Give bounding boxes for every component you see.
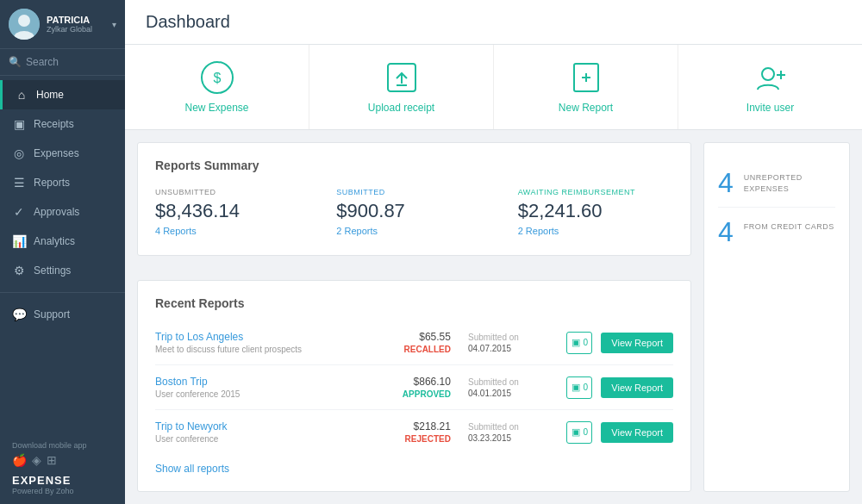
brand-sub: Powered By Zoho	[12, 487, 113, 495]
comment-count: 0	[584, 338, 589, 347]
new-expense-label: New Expense	[184, 102, 248, 114]
report-actions: ▣0 View Report	[566, 332, 673, 354]
stat-label-submitted: SUBMITTED	[336, 188, 491, 196]
apple-icon: 🍎	[12, 453, 27, 467]
date-label: Submitted on	[468, 333, 566, 342]
report-subtitle: User conference	[155, 434, 353, 444]
invite-user-icon	[753, 60, 788, 95]
reports-summary-title: Reports Summary	[155, 159, 673, 172]
sidebar-item-receipts[interactable]: ▣ Receipts	[0, 109, 125, 139]
amount-value: $866.10	[353, 376, 451, 388]
comment-badge[interactable]: ▣0	[566, 421, 592, 444]
sidebar-item-label: Home	[36, 89, 64, 101]
main-content: Dashboard $ New Expense Upload rec	[125, 0, 862, 504]
upload-receipt-label: Upload receipt	[368, 102, 434, 114]
sidebar-item-settings[interactable]: ⚙ Settings	[0, 256, 125, 285]
report-subtitle: User conference 2015	[155, 389, 353, 399]
user-name: PATRICIA	[47, 15, 109, 25]
report-amount: $866.10 APPROVED	[353, 376, 468, 399]
report-date: Submitted on 04.07.2015	[468, 333, 566, 353]
upload-receipt-action[interactable]: Upload receipt	[309, 45, 494, 129]
main-header: Dashboard	[125, 0, 862, 45]
status-badge: RECALLED	[353, 345, 451, 354]
sidebar-item-approvals[interactable]: ✓ Approvals	[0, 197, 125, 227]
report-title[interactable]: Trip to Los Angeles	[155, 331, 353, 343]
sidebar-item-analytics[interactable]: 📊 Analytics	[0, 227, 125, 256]
avatar	[9, 9, 40, 40]
new-report-action[interactable]: New Report	[494, 45, 678, 129]
side-stat-credit: 4 FROM CREDIT CARDS	[718, 208, 835, 256]
sidebar-header: PATRICIA Zylkar Global ▾	[0, 0, 125, 49]
report-actions: ▣0 View Report	[566, 421, 673, 444]
comment-count: 0	[584, 383, 589, 392]
stat-link-submitted[interactable]: 2 Reports	[336, 226, 491, 236]
search-box[interactable]: 🔍	[0, 49, 125, 76]
user-info: PATRICIA Zylkar Global	[47, 15, 109, 34]
report-title[interactable]: Trip to Newyork	[155, 420, 353, 432]
sidebar: PATRICIA Zylkar Global ▾ 🔍 ⌂ Home ▣ Rece…	[0, 0, 125, 504]
upload-icon	[384, 60, 419, 95]
report-date: Submitted on 03.23.2015	[468, 422, 566, 443]
report-date: Submitted on 04.01.2015	[468, 377, 566, 398]
comment-count: 0	[584, 427, 589, 437]
report-title[interactable]: Boston Trip	[155, 376, 353, 388]
sidebar-item-label: Expenses	[34, 147, 79, 159]
date-value: 04.01.2015	[468, 389, 566, 398]
recent-reports-card: Recent Reports Trip to Los Angeles Meet …	[137, 280, 691, 492]
dollar-circle-icon: $	[200, 60, 234, 95]
chevron-down-icon: ▾	[112, 20, 116, 29]
mobile-icons: 🍎 ◈ ⊞	[12, 453, 113, 467]
comment-icon: ▣	[572, 382, 580, 393]
table-row: Trip to Newyork User conference $218.21 …	[155, 410, 673, 454]
side-stats-card: 4 UNREPORTED EXPENSES 4 FROM CREDIT CARD…	[703, 142, 850, 492]
search-icon: 🔍	[9, 56, 22, 68]
reports-icon: ☰	[12, 176, 26, 190]
amount-value: $218.21	[353, 420, 451, 432]
report-amount: $218.21 REJECTED	[353, 420, 468, 444]
amount-value: $65.55	[353, 331, 451, 343]
search-input[interactable]	[26, 56, 116, 68]
show-all-reports-link[interactable]: Show all reports	[155, 463, 229, 475]
recent-reports-title: Recent Reports	[155, 296, 673, 310]
side-stat-label-unreported: UNREPORTED EXPENSES	[744, 169, 835, 194]
home-icon: ⌂	[15, 88, 28, 102]
comment-badge[interactable]: ▣0	[566, 332, 592, 354]
view-report-button[interactable]: View Report	[601, 422, 673, 443]
sidebar-item-home[interactable]: ⌂ Home	[0, 80, 125, 109]
new-expense-action[interactable]: $ New Expense	[125, 45, 309, 129]
stat-link-awaiting[interactable]: 2 Reports	[518, 226, 673, 236]
sidebar-item-label: Support	[34, 308, 70, 320]
view-report-button[interactable]: View Report	[601, 377, 673, 398]
report-info: Boston Trip User conference 2015	[155, 376, 353, 399]
sidebar-divider	[0, 292, 125, 293]
mobile-app-label: Download mobile app	[12, 441, 113, 450]
stat-amount-submitted: $900.87	[336, 200, 491, 222]
user-org: Zylkar Global	[47, 25, 109, 34]
sidebar-item-label: Settings	[34, 264, 71, 277]
invite-user-action[interactable]: Invite user	[678, 45, 862, 129]
sidebar-item-label: Analytics	[34, 235, 75, 247]
summary-stats: UNSUBMITTED $8,436.14 4 Reports SUBMITTE…	[155, 188, 673, 236]
sidebar-item-support[interactable]: 💬 Support	[0, 300, 125, 329]
view-report-button[interactable]: View Report	[601, 333, 673, 353]
date-label: Submitted on	[468, 422, 566, 432]
stat-submitted: SUBMITTED $900.87 2 Reports	[336, 188, 491, 236]
analytics-icon: 📊	[12, 234, 26, 248]
table-row: Boston Trip User conference 2015 $866.10…	[155, 365, 673, 410]
sidebar-item-label: Approvals	[34, 206, 79, 218]
comment-icon: ▣	[572, 426, 580, 438]
sidebar-item-reports[interactable]: ☰ Reports	[0, 168, 125, 197]
sidebar-item-expenses[interactable]: ◎ Expenses	[0, 139, 125, 168]
sidebar-item-label: Reports	[34, 177, 70, 189]
report-actions: ▣0 View Report	[566, 376, 673, 399]
svg-point-1	[18, 15, 30, 27]
status-badge: REJECTED	[353, 434, 451, 444]
report-info: Trip to Los Angeles Meet to discuss futu…	[155, 331, 353, 354]
date-label: Submitted on	[468, 377, 566, 387]
comment-badge[interactable]: ▣0	[566, 376, 592, 399]
side-stat-label-credit: FROM CREDIT CARDS	[744, 218, 834, 233]
support-icon: 💬	[12, 308, 26, 321]
invite-user-label: Invite user	[746, 102, 794, 114]
report-info: Trip to Newyork User conference	[155, 420, 353, 444]
stat-link-unsubmitted[interactable]: 4 Reports	[155, 226, 310, 236]
